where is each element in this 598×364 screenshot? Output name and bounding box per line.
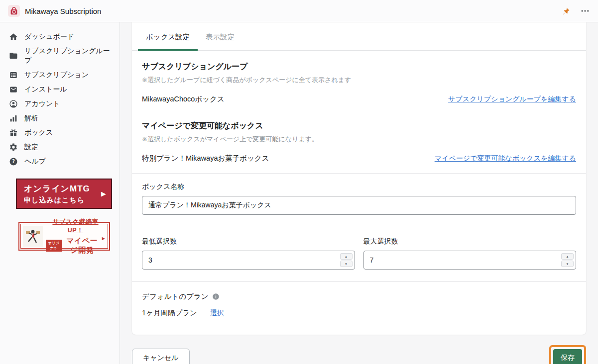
mypage-box-section: マイページで変更可能なボックス ※選択したボックスがマイページ上で変更可能になり…: [132, 114, 586, 173]
stepper-down-icon[interactable]: ▼: [340, 261, 353, 267]
edit-subscription-group-link[interactable]: サブスクリプショングループを編集する: [448, 95, 576, 104]
default-plan-block: デフォルトのプラン 1ヶ月間隔プラン 選択: [132, 282, 586, 335]
promo-headline: サブスク継続率UP！: [46, 218, 105, 235]
stepper-up-icon[interactable]: ▲: [340, 253, 353, 260]
promo-text: マイページ開発: [63, 236, 101, 255]
help-icon: ?: [9, 157, 18, 166]
sidebar-item-label: 設定: [24, 142, 38, 152]
gift-icon: [9, 128, 18, 137]
tab-display-settings[interactable]: 表示設定: [198, 22, 242, 51]
edit-mypage-box-link[interactable]: マイページで変更可能なボックスを編集する: [435, 154, 576, 163]
box-name-input[interactable]: [142, 196, 576, 215]
stepper-up-icon[interactable]: ▲: [561, 253, 574, 260]
cancel-button[interactable]: キャンセル: [132, 349, 190, 364]
sidebar-item-label: アカウント: [24, 99, 60, 108]
subscription-group-section: サブスクリプショングループ ※選択したグループに紐づく商品がボックスページに全て…: [132, 51, 586, 114]
folder-icon: [9, 51, 18, 60]
selection-count-row: 最低選択数 ▲ ▼ 最大選択数 ▲ ▼: [132, 228, 586, 281]
subscription-group-value: MikawayaChocoボックス: [142, 94, 225, 104]
tab-box-settings[interactable]: ボックス設定: [138, 22, 198, 51]
app-title: Mikawaya Subscription: [25, 7, 101, 15]
home-icon: [9, 32, 18, 41]
svg-text:?: ?: [12, 159, 15, 164]
section-title: サブスクリプショングループ: [142, 62, 576, 72]
section-note: ※選択したグループに紐づく商品がボックスページに全て表示されます: [142, 76, 576, 85]
mypage-promo-banner[interactable]: サブスク継続率UP！ オリジナル マイページ開発 ▶: [18, 222, 110, 251]
ellipsis-icon[interactable]: [580, 6, 590, 16]
plan-select-link[interactable]: 選択: [210, 309, 224, 318]
running-person-illustration: [23, 226, 43, 247]
sidebar-item-analytics[interactable]: 解析: [0, 111, 120, 125]
list-icon: [9, 71, 18, 80]
info-icon[interactable]: [212, 293, 220, 300]
pin-icon[interactable]: [562, 7, 570, 15]
online-mtg-banner[interactable]: オンラインMTG 申し込みはこちら ▶: [16, 179, 112, 209]
sidebar-item-dashboard[interactable]: ダッシュボード: [0, 29, 120, 44]
sidebar-item-label: 解析: [24, 113, 38, 123]
sidebar-item-label: サブスクリプション: [24, 70, 89, 80]
box-name-label: ボックス名称: [142, 182, 576, 191]
sidebar-item-install[interactable]: インストール: [0, 82, 120, 96]
envelope-icon: [9, 85, 18, 94]
sidebar: ダッシュボード サブスクリプショングループ サブスクリプション インストール ア…: [0, 22, 120, 364]
default-plan-value: 1ヶ月間隔プラン: [142, 308, 197, 318]
bar-chart-icon: [9, 114, 18, 123]
stepper-down-icon[interactable]: ▼: [561, 261, 574, 267]
gear-icon: [9, 143, 18, 152]
box-settings-card: ボックス設定 表示設定 サブスクリプショングループ ※選択したグループに紐づく商…: [132, 22, 586, 335]
sidebar-item-label: ダッシュボード: [24, 32, 74, 41]
app-logo-icon: [8, 5, 20, 17]
min-select-input[interactable]: [142, 251, 355, 270]
sidebar-item-label: ヘルプ: [24, 157, 46, 166]
section-note: ※選択したボックスがマイページ上で変更可能になります。: [142, 135, 576, 144]
sidebar-item-label: ボックス: [24, 128, 53, 137]
section-title: マイページで変更可能なボックス: [142, 121, 576, 131]
form-actions: キャンセル 保存: [132, 345, 586, 364]
sidebar-item-box[interactable]: ボックス: [0, 125, 120, 140]
tab-bar: ボックス設定 表示設定: [132, 22, 586, 51]
min-select-label: 最低選択数: [142, 237, 355, 246]
arrow-right-icon: ▶: [102, 236, 105, 241]
default-plan-label: デフォルトのプラン: [142, 292, 209, 301]
sidebar-item-subscription-group[interactable]: サブスクリプショングループ: [0, 44, 120, 68]
mtg-banner-subtitle: 申し込みはこちら: [24, 196, 99, 205]
save-button-highlight: 保存: [549, 345, 586, 364]
topbar: Mikawaya Subscription: [0, 0, 598, 22]
account-icon: [9, 99, 18, 108]
sidebar-item-account[interactable]: アカウント: [0, 96, 120, 111]
promo-badge: オリジナル: [46, 240, 62, 252]
save-button[interactable]: 保存: [553, 349, 582, 364]
arrow-right-icon: ▶: [101, 190, 106, 197]
sidebar-item-settings[interactable]: 設定: [0, 140, 120, 154]
mtg-banner-title: オンラインMTG: [24, 183, 99, 194]
sidebar-item-label: サブスクリプショングループ: [24, 46, 112, 65]
sidebar-item-subscription[interactable]: サブスクリプション: [0, 68, 120, 82]
main-content: ボックス設定 表示設定 サブスクリプショングループ ※選択したグループに紐づく商…: [120, 22, 598, 364]
sidebar-item-help[interactable]: ? ヘルプ: [0, 154, 120, 169]
max-select-input[interactable]: [363, 251, 577, 270]
mypage-box-value: 特別プラン！Mikawayaお菓子ボックス: [142, 154, 269, 163]
max-select-label: 最大選択数: [363, 237, 577, 246]
sidebar-item-label: インストール: [24, 85, 67, 94]
box-name-field-block: ボックス名称: [132, 174, 586, 228]
